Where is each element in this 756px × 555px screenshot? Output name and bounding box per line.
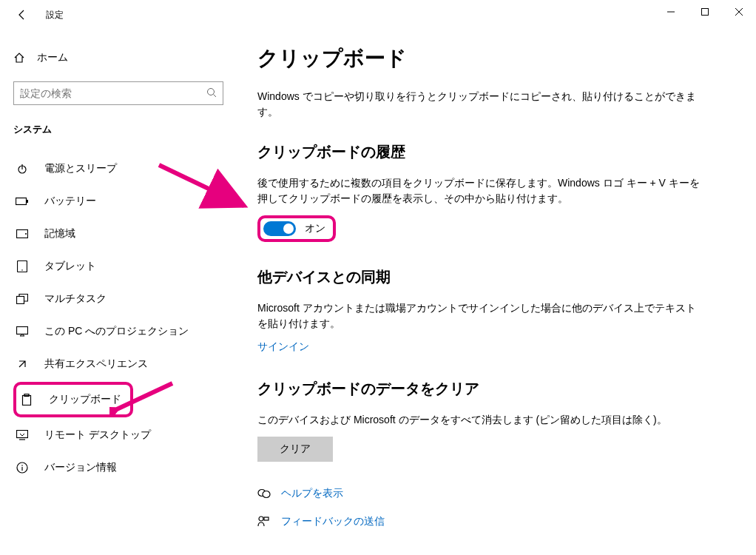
feedback-link[interactable]: フィードバックの送信 bbox=[257, 515, 756, 528]
projection-icon bbox=[15, 326, 30, 337]
toggle-knob bbox=[283, 223, 294, 234]
sync-section-title: 他デバイスとの同期 bbox=[257, 267, 756, 287]
history-toggle[interactable] bbox=[263, 221, 296, 236]
sidebar-item-label: この PC へのプロジェクション bbox=[44, 325, 189, 338]
sidebar-item-label: 電源とスリープ bbox=[44, 162, 117, 175]
sidebar-item-label: クリップボード bbox=[49, 393, 121, 406]
feedback-label: フィードバックの送信 bbox=[281, 515, 385, 528]
svg-point-21 bbox=[21, 465, 23, 466]
help-icon bbox=[257, 488, 271, 500]
search-box[interactable] bbox=[13, 81, 223, 105]
remote-icon bbox=[15, 430, 30, 440]
section-label: システム bbox=[13, 123, 229, 136]
power-icon bbox=[15, 163, 30, 175]
search-icon bbox=[206, 87, 217, 100]
titlebar: 設定 bbox=[0, 0, 756, 30]
sidebar-item-multitask[interactable]: マルチタスク bbox=[13, 283, 229, 315]
home-icon bbox=[13, 52, 27, 64]
svg-point-25 bbox=[259, 517, 263, 521]
svg-rect-14 bbox=[17, 297, 24, 304]
svg-rect-26 bbox=[264, 517, 269, 520]
page-title: クリップボード bbox=[257, 44, 756, 73]
svg-rect-8 bbox=[16, 198, 27, 205]
history-section-desc: 後で使用するために複数の項目をクリップボードに保存します。Windows ロゴ … bbox=[257, 175, 701, 206]
sidebar-item-label: リモート デスクトップ bbox=[44, 428, 151, 442]
tablet-icon bbox=[15, 260, 30, 272]
svg-rect-18 bbox=[17, 431, 28, 438]
info-icon bbox=[15, 462, 30, 474]
svg-point-13 bbox=[21, 269, 23, 271]
svg-line-5 bbox=[214, 94, 217, 97]
storage-icon bbox=[15, 229, 30, 238]
clipboard-icon bbox=[19, 394, 34, 406]
sidebar-item-label: 共有エクスペリエンス bbox=[44, 357, 148, 371]
multitask-icon bbox=[15, 294, 30, 304]
window-controls bbox=[654, 0, 756, 24]
signin-link[interactable]: サインイン bbox=[257, 340, 309, 352]
svg-point-24 bbox=[263, 491, 270, 498]
window-title: 設定 bbox=[46, 9, 64, 21]
sidebar: ホーム システム 電源とスリープ バッテリー 記憶域 タブレット マルチタス bbox=[0, 30, 237, 555]
toggle-label: オン bbox=[305, 222, 325, 235]
sidebar-item-label: 記憶域 bbox=[44, 227, 75, 240]
clear-section-desc: このデバイスおよび Microsoft のデータをすべて消去します (ピン留めし… bbox=[257, 412, 701, 428]
clear-button[interactable]: クリア bbox=[257, 437, 333, 462]
help-label: ヘルプを表示 bbox=[281, 487, 343, 500]
feedback-icon bbox=[257, 516, 271, 528]
sidebar-item-shared[interactable]: 共有エクスペリエンス bbox=[13, 348, 229, 380]
svg-rect-1 bbox=[702, 9, 709, 16]
battery-icon bbox=[15, 197, 30, 206]
sidebar-item-projection[interactable]: この PC へのプロジェクション bbox=[13, 315, 229, 348]
search-input[interactable] bbox=[20, 87, 206, 99]
annotation-highlight-toggle: オン bbox=[257, 215, 336, 242]
svg-rect-15 bbox=[17, 327, 28, 334]
clear-section-title: クリップボードのデータをクリア bbox=[257, 379, 756, 399]
intro-text: Windows でコピーや切り取りを行うとクリップボードにコピーされ、貼り付ける… bbox=[257, 89, 701, 120]
home-nav[interactable]: ホーム bbox=[13, 41, 229, 74]
sidebar-item-label: マルチタスク bbox=[44, 292, 107, 306]
svg-point-11 bbox=[25, 233, 27, 235]
back-button[interactable] bbox=[15, 7, 30, 22]
sidebar-item-remote[interactable]: リモート デスクトップ bbox=[13, 419, 229, 451]
annotation-highlight-clipboard-nav: クリップボード bbox=[13, 382, 133, 417]
sidebar-item-power[interactable]: 電源とスリープ bbox=[13, 152, 229, 185]
sidebar-item-about[interactable]: バージョン情報 bbox=[13, 451, 229, 484]
sync-section-desc: Microsoft アカウントまたは職場アカウントでサインインした場合に他のデバ… bbox=[257, 300, 701, 332]
share-icon bbox=[15, 358, 30, 370]
minimize-button[interactable] bbox=[654, 0, 688, 24]
sidebar-item-label: バージョン情報 bbox=[44, 461, 117, 474]
sidebar-item-label: バッテリー bbox=[44, 195, 96, 208]
sidebar-item-tablet[interactable]: タブレット bbox=[13, 250, 229, 283]
sidebar-item-label: タブレット bbox=[44, 260, 96, 273]
sidebar-item-clipboard[interactable]: クリップボード bbox=[18, 386, 129, 413]
help-link[interactable]: ヘルプを表示 bbox=[257, 487, 756, 500]
svg-point-4 bbox=[208, 88, 215, 95]
close-button[interactable] bbox=[722, 0, 756, 24]
history-section-title: クリップボードの履歴 bbox=[257, 142, 756, 162]
svg-rect-16 bbox=[23, 396, 31, 406]
home-label: ホーム bbox=[37, 51, 68, 64]
sidebar-item-storage[interactable]: 記憶域 bbox=[13, 218, 229, 250]
maximize-button[interactable] bbox=[688, 0, 722, 24]
svg-rect-9 bbox=[27, 200, 28, 203]
main-content: クリップボード Windows でコピーや切り取りを行うとクリップボードにコピー… bbox=[237, 30, 756, 555]
sidebar-item-battery[interactable]: バッテリー bbox=[13, 185, 229, 218]
